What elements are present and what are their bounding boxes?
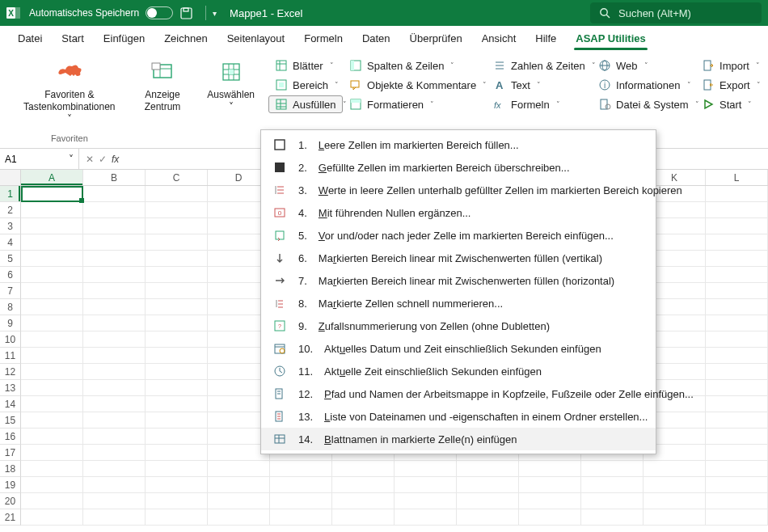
cell[interactable] xyxy=(706,461,768,477)
cell[interactable] xyxy=(83,218,146,234)
cell[interactable] xyxy=(581,477,644,493)
cell[interactable] xyxy=(706,348,768,364)
cell[interactable] xyxy=(706,186,768,202)
ribbon-item-export[interactable]: Export ˅ xyxy=(695,76,760,94)
ribbon-item-datei-system[interactable]: Datei & System ˅ xyxy=(592,95,695,113)
cell[interactable] xyxy=(706,251,768,267)
cell[interactable] xyxy=(395,493,457,509)
cell[interactable] xyxy=(706,380,768,396)
menu-item-1[interactable]: 1.Leere Zellen im markierten Bereich fül… xyxy=(261,133,656,156)
tab-hilfe[interactable]: Hilfe xyxy=(527,27,564,50)
cell[interactable] xyxy=(83,429,146,445)
cell[interactable] xyxy=(644,493,706,509)
cell[interactable] xyxy=(146,412,208,429)
cell[interactable] xyxy=(208,509,270,526)
cell[interactable] xyxy=(83,509,146,526)
cell[interactable] xyxy=(706,267,768,283)
cell[interactable] xyxy=(146,202,208,218)
cell[interactable] xyxy=(21,283,83,299)
cell[interactable] xyxy=(83,234,146,251)
column-header[interactable]: A xyxy=(21,170,83,185)
cell[interactable] xyxy=(21,380,83,396)
ribbon-item-ausf-llen[interactable]: Ausfüllen ˅ xyxy=(268,95,343,113)
cell[interactable] xyxy=(83,348,146,364)
cell[interactable] xyxy=(83,477,146,493)
cell[interactable] xyxy=(21,461,83,477)
fx-icon[interactable]: fx xyxy=(112,154,119,165)
cell[interactable] xyxy=(83,315,146,331)
cell[interactable] xyxy=(83,267,146,283)
row-header[interactable]: 21 xyxy=(0,509,21,526)
cell[interactable] xyxy=(146,251,208,267)
ribbon-item-spalten-zeilen[interactable]: Spalten & Zeilen ˅ xyxy=(343,57,487,74)
row-header[interactable]: 14 xyxy=(0,396,21,412)
tab-einfügen[interactable]: Einfügen xyxy=(95,27,153,50)
cell[interactable] xyxy=(146,283,208,299)
cell[interactable] xyxy=(83,445,146,461)
row-header[interactable]: 3 xyxy=(0,218,21,234)
row-header[interactable]: 2 xyxy=(0,202,21,218)
cell[interactable] xyxy=(270,477,332,493)
cell[interactable] xyxy=(21,348,83,364)
cell[interactable] xyxy=(21,186,83,202)
cell[interactable] xyxy=(146,299,208,315)
row-header[interactable]: 18 xyxy=(0,461,21,477)
ribbon-item-formeln[interactable]: fxFormeln ˅ xyxy=(487,95,592,113)
tab-überprüfen[interactable]: Überprüfen xyxy=(402,27,471,50)
cell[interactable] xyxy=(146,186,208,202)
cell[interactable] xyxy=(146,315,208,331)
cell[interactable] xyxy=(146,364,208,380)
row-header[interactable]: 17 xyxy=(0,445,21,461)
cell[interactable] xyxy=(21,234,83,251)
cell[interactable] xyxy=(21,364,83,380)
cell[interactable] xyxy=(706,493,768,509)
cell[interactable] xyxy=(83,202,146,218)
menu-item-3[interactable]: 3.Werte in leere Zellen unterhalb gefüll… xyxy=(261,179,656,201)
cell[interactable] xyxy=(146,267,208,283)
cell[interactable] xyxy=(644,477,706,493)
cell[interactable] xyxy=(146,509,208,526)
tab-daten[interactable]: Daten xyxy=(354,27,399,50)
name-box-input[interactable] xyxy=(5,154,53,165)
cell[interactable] xyxy=(644,461,706,477)
cell[interactable] xyxy=(146,331,208,348)
cancel-icon[interactable]: ✕ xyxy=(86,154,94,165)
favoriten-button[interactable]: Favoriten & Tastenkombinationen ˅ xyxy=(16,55,123,129)
ribbon-item-start[interactable]: Start ˅ xyxy=(695,95,760,113)
save-button[interactable] xyxy=(179,6,192,19)
column-header[interactable]: B xyxy=(83,170,146,185)
cell[interactable] xyxy=(83,380,146,396)
ribbon-item-bl-tter[interactable]: Blätter ˅ xyxy=(268,57,343,74)
cell[interactable] xyxy=(208,477,270,493)
row-header[interactable]: 19 xyxy=(0,477,21,493)
menu-item-12[interactable]: 12.Pfad und Namen der Arbeitsmappe in Ko… xyxy=(261,382,656,405)
cell[interactable] xyxy=(332,493,395,509)
cell[interactable] xyxy=(208,493,270,509)
ribbon-item-zahlen-zeiten[interactable]: Zahlen & Zeiten ˅ xyxy=(487,57,592,74)
cell[interactable] xyxy=(21,251,83,267)
cell[interactable] xyxy=(706,364,768,380)
cell[interactable] xyxy=(146,234,208,251)
ribbon-item-import[interactable]: Import ˅ xyxy=(695,57,760,74)
ribbon-item-web[interactable]: Web ˅ xyxy=(592,57,695,74)
menu-item-5[interactable]: 5.Vor und/oder nach jeder Zelle im marki… xyxy=(261,224,656,247)
cell[interactable] xyxy=(332,477,395,493)
anzeige-zentrum-button[interactable]: Anzeige Zentrum xyxy=(140,55,186,116)
cell[interactable] xyxy=(21,493,83,509)
cell[interactable] xyxy=(706,429,768,445)
autosave-toggle[interactable]: Automatisches Speichern xyxy=(29,6,173,19)
tab-seitenlayout[interactable]: Seitenlayout xyxy=(219,27,293,50)
cell[interactable] xyxy=(21,218,83,234)
cell[interactable] xyxy=(146,380,208,396)
cell[interactable] xyxy=(519,509,581,526)
menu-item-9[interactable]: ?9.Zufallsnummerierung von Zellen (ohne … xyxy=(261,315,656,337)
cell[interactable] xyxy=(706,234,768,251)
cell[interactable] xyxy=(21,509,83,526)
row-header[interactable]: 4 xyxy=(0,234,21,251)
cell[interactable] xyxy=(457,477,519,493)
cell[interactable] xyxy=(270,509,332,526)
cell[interactable] xyxy=(332,509,395,526)
cell[interactable] xyxy=(83,412,146,429)
cell[interactable] xyxy=(83,461,146,477)
cell[interactable] xyxy=(457,509,519,526)
